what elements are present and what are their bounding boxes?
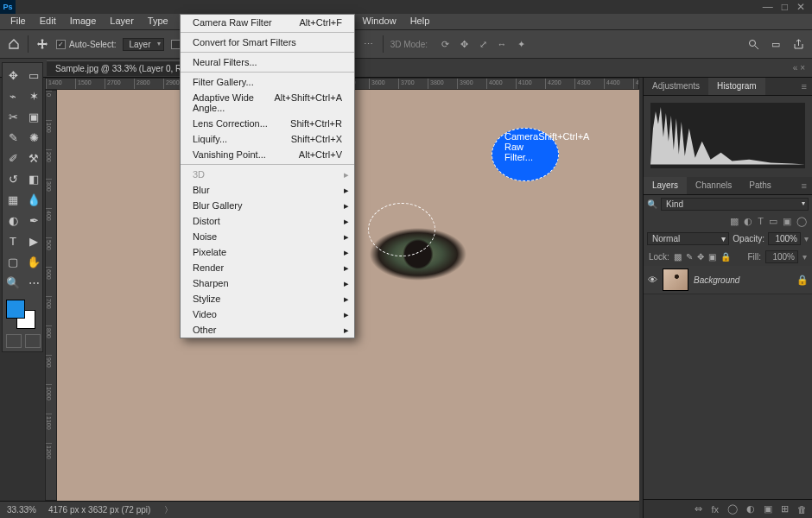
tab-layers[interactable]: Layers: [644, 177, 687, 194]
fx-icon[interactable]: fx: [711, 504, 719, 515]
menu-edit[interactable]: Edit: [33, 14, 63, 29]
menu-item-pixelate[interactable]: Pixelate: [181, 244, 354, 260]
menu-help[interactable]: Help: [403, 14, 437, 29]
visibility-toggle[interactable]: 👁: [647, 275, 657, 285]
tab-paths[interactable]: Paths: [740, 177, 780, 194]
frame-tool[interactable]: ▣: [25, 108, 42, 125]
menu-item-vanishing-point[interactable]: Vanishing Point...Alt+Ctrl+V: [181, 147, 354, 162]
filter-adjust-icon[interactable]: ◐: [744, 216, 752, 227]
pen-tool[interactable]: ✒: [25, 212, 42, 229]
dodge-tool[interactable]: ◐: [4, 212, 22, 229]
healing-tool[interactable]: ✺: [25, 129, 42, 146]
menu-item-camera-raw-filter[interactable]: Camera Raw Filter...Shift+Ctrl+A: [492, 128, 559, 181]
rectangle-tool[interactable]: ▢: [4, 253, 22, 270]
new-layer-icon[interactable]: ⊞: [781, 503, 789, 515]
clone-stamp-tool[interactable]: ⚒: [25, 149, 42, 167]
menu-item-liquify[interactable]: Liquify...Shift+Ctrl+X: [181, 131, 354, 147]
home-icon[interactable]: [7, 37, 21, 51]
share-icon[interactable]: [791, 37, 805, 51]
menu-item-3d[interactable]: 3D: [181, 167, 354, 182]
menu-item-noise[interactable]: Noise: [181, 229, 354, 244]
panel-collapse-icon[interactable]: « ×: [793, 63, 805, 73]
edit-toolbar[interactable]: ⋯: [25, 274, 42, 291]
eyedropper-tool[interactable]: ✎: [4, 129, 22, 146]
zoom-tool[interactable]: 🔍: [4, 274, 22, 291]
path-select-tool[interactable]: ▶: [25, 232, 42, 250]
menu-item-lens-correction[interactable]: Lens Correction...Shift+Ctrl+R: [181, 116, 354, 131]
minimize-button[interactable]: —: [763, 1, 773, 13]
menu-item-blur-gallery[interactable]: Blur Gallery: [181, 198, 354, 213]
menu-item-sharpen[interactable]: Sharpen: [181, 275, 354, 291]
layers-panel-menu-icon[interactable]: ≡: [796, 177, 812, 194]
filter-type-icon[interactable]: T: [758, 216, 764, 227]
link-layers-icon[interactable]: ⇔: [695, 503, 702, 515]
fill-input[interactable]: 100%: [765, 250, 798, 263]
blend-mode-select[interactable]: Normal: [647, 232, 729, 245]
filter-smart-icon[interactable]: ▣: [783, 216, 791, 227]
foreground-color[interactable]: [6, 300, 25, 319]
filter-toggle-icon[interactable]: ◯: [796, 216, 807, 227]
gradient-tool[interactable]: ▦: [4, 191, 22, 208]
crop-tool[interactable]: ✂: [4, 108, 22, 125]
tab-adjustments[interactable]: Adjustments: [644, 78, 708, 95]
menu-item-render[interactable]: Render: [181, 260, 354, 275]
lock-artboard-icon[interactable]: ▣: [708, 252, 716, 262]
lasso-tool[interactable]: ⌁: [4, 87, 22, 104]
hand-tool[interactable]: ✋: [25, 253, 42, 270]
adjustment-layer-icon[interactable]: ◐: [746, 503, 755, 515]
brush-tool[interactable]: ✐: [4, 149, 22, 167]
3d-dolly-icon[interactable]: ⤢: [476, 37, 490, 51]
menu-window[interactable]: Window: [356, 14, 403, 29]
artboard-tool[interactable]: ▭: [25, 66, 42, 84]
delete-layer-icon[interactable]: 🗑: [797, 504, 807, 515]
eraser-tool[interactable]: ◧: [25, 170, 42, 187]
lock-transparency-icon[interactable]: ▩: [674, 252, 682, 262]
zoom-level[interactable]: 33.33%: [7, 505, 36, 515]
lock-all-icon[interactable]: 🔒: [720, 252, 731, 262]
auto-select-target[interactable]: Layer: [123, 38, 163, 51]
workspace-icon[interactable]: ▭: [769, 37, 783, 51]
blur-tool[interactable]: 💧: [25, 191, 42, 208]
lock-position-icon[interactable]: ✥: [697, 252, 704, 262]
lock-image-icon[interactable]: ✎: [686, 252, 693, 262]
3d-pan-icon[interactable]: ✥: [457, 37, 471, 51]
filter-shape-icon[interactable]: ▭: [769, 216, 777, 227]
menu-item-filter-gallery[interactable]: Filter Gallery...: [181, 74, 354, 90]
move-tool[interactable]: ✥: [4, 66, 22, 84]
history-brush-tool[interactable]: ↺: [4, 170, 22, 187]
type-tool[interactable]: T: [4, 232, 22, 250]
menu-layer[interactable]: Layer: [103, 14, 141, 29]
menu-item-blur[interactable]: Blur: [181, 182, 354, 198]
menu-item-distort[interactable]: Distort: [181, 213, 354, 229]
move-tool-icon[interactable]: [35, 37, 49, 51]
menu-item-adaptive-wide-angle[interactable]: Adaptive Wide Angle...Alt+Shift+Ctrl+A: [181, 90, 354, 116]
menu-item-last-filter[interactable]: Camera Raw FilterAlt+Ctrl+F: [181, 15, 354, 30]
menu-item-other[interactable]: Other: [181, 322, 354, 338]
search-icon[interactable]: [746, 37, 760, 51]
mask-icon[interactable]: ◯: [727, 503, 738, 515]
3d-slide-icon[interactable]: ↔: [495, 37, 509, 51]
quick-select-tool[interactable]: ✶: [25, 87, 42, 104]
menu-item-stylize[interactable]: Stylize: [181, 291, 354, 306]
menu-item-video[interactable]: Video: [181, 306, 354, 322]
more-options-icon[interactable]: ⋯: [362, 37, 376, 51]
maximize-button[interactable]: □: [782, 1, 788, 13]
layer-filter-kind[interactable]: Kind: [661, 198, 809, 211]
opacity-input[interactable]: 100%: [768, 232, 801, 245]
menu-image[interactable]: Image: [63, 14, 104, 29]
filter-pixel-icon[interactable]: ▩: [730, 216, 739, 227]
color-swatches[interactable]: [4, 298, 42, 331]
quick-mask-toggle[interactable]: [4, 334, 42, 348]
group-icon[interactable]: ▣: [764, 503, 772, 515]
menu-file[interactable]: File: [3, 14, 33, 29]
panel-menu-icon[interactable]: ≡: [796, 78, 812, 95]
auto-select-checkbox[interactable]: ✓Auto-Select:: [56, 40, 116, 49]
doc-info[interactable]: 4176 px x 3632 px (72 ppi): [48, 505, 150, 515]
menu-type[interactable]: Type: [141, 14, 175, 29]
close-button[interactable]: ✕: [796, 1, 805, 13]
tab-histogram[interactable]: Histogram: [708, 78, 765, 95]
tab-channels[interactable]: Channels: [687, 177, 740, 194]
layer-row-1[interactable]: 👁 Background 🔒: [644, 266, 812, 294]
status-arrow-icon[interactable]: 〉: [164, 504, 173, 516]
menu-item-neural-filters[interactable]: Neural Filters...: [181, 54, 354, 70]
